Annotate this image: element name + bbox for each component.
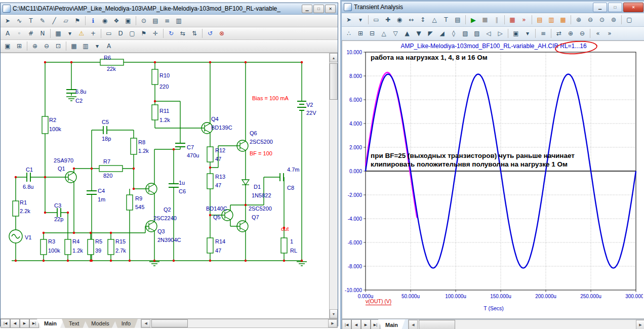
- component-label[interactable]: 2SC5200: [249, 205, 272, 212]
- close-button[interactable]: ✕: [623, 3, 643, 12]
- component-label[interactable]: 100k: [49, 126, 61, 132]
- component-label[interactable]: 2SC5200: [250, 139, 273, 145]
- component-label[interactable]: R15: [115, 238, 126, 244]
- component-label[interactable]: C6: [179, 188, 186, 194]
- component-label[interactable]: R4: [72, 238, 79, 244]
- component-label[interactable]: Q5: [213, 214, 221, 220]
- border-display-icon[interactable]: ▭: [103, 28, 114, 39]
- component-label[interactable]: 2SA970: [54, 157, 73, 163]
- component-label[interactable]: Bias = 100 mA: [252, 95, 289, 101]
- component-label[interactable]: 6.8u: [75, 89, 86, 95]
- paste-icon[interactable]: ▣: [2, 40, 13, 52]
- design-rules-icon[interactable]: ⚠: [76, 28, 87, 39]
- component-label[interactable]: R2: [49, 117, 56, 123]
- annotation-loads[interactable]: работа на нагрузках 1, 4, 8 и 16 Ом: [371, 53, 488, 62]
- grid-dropdown-icon[interactable]: ▾: [64, 28, 75, 39]
- watch-window-icon[interactable]: ▦: [557, 14, 569, 25]
- component-label[interactable]: Q6: [250, 130, 257, 136]
- component-label[interactable]: R10: [159, 72, 170, 78]
- analysis-titlebar[interactable]: Transient Analysis ▁ □ ✕: [342, 2, 644, 13]
- zoom-out-icon[interactable]: ⊖: [585, 14, 596, 25]
- component-label[interactable]: C8: [287, 185, 294, 191]
- component-label[interactable]: 22V: [306, 110, 316, 116]
- component-link-icon[interactable]: ❖: [111, 15, 122, 26]
- component-label[interactable]: 100k: [48, 248, 60, 254]
- trace-legend[interactable]: v(OUT) (V): [366, 298, 391, 305]
- text-mode-icon[interactable]: T: [440, 14, 452, 25]
- zoom-cursor-icon[interactable]: ⊚: [608, 14, 619, 25]
- vertical-scroll-track[interactable]: [330, 62, 338, 309]
- component-label[interactable]: R6: [104, 55, 111, 61]
- zoom-in-icon[interactable]: ⊕: [29, 40, 41, 52]
- restore-button[interactable]: □: [608, 3, 622, 12]
- component-label[interactable]: R9: [135, 195, 142, 201]
- component-label[interactable]: 1.2k: [159, 117, 170, 123]
- zoom-in-icon[interactable]: ⊕: [573, 14, 584, 25]
- pause-icon[interactable]: ∥: [491, 14, 502, 25]
- component-label[interactable]: 6.8u: [23, 184, 33, 190]
- numeric-output-icon[interactable]: ▤: [534, 14, 545, 25]
- horizontal-scroll-track[interactable]: [150, 319, 328, 327]
- pages-icon[interactable]: ▢: [624, 14, 635, 25]
- component-label[interactable]: C7: [187, 144, 194, 150]
- info-mode-icon[interactable]: ℹ: [88, 15, 99, 26]
- component-label[interactable]: 39: [95, 248, 101, 254]
- minimize-button[interactable]: ▁: [302, 5, 312, 13]
- zoom-out-icon[interactable]: ⊖: [577, 28, 588, 39]
- zoom-fit-icon[interactable]: ⊙: [596, 14, 608, 25]
- tab-main[interactable]: Main: [37, 319, 64, 328]
- component-label[interactable]: 18p: [102, 136, 111, 142]
- pin-numbers-icon[interactable]: #: [25, 28, 36, 39]
- zoom-area-icon[interactable]: ⊡: [53, 40, 64, 52]
- copy-icon[interactable]: ⊞: [14, 40, 25, 52]
- first-page-icon[interactable]: |◀: [342, 319, 351, 329]
- performance-tag-icon[interactable]: △: [429, 14, 440, 25]
- print-icon[interactable]: ▥: [173, 15, 184, 26]
- data-points-icon[interactable]: ∴: [343, 28, 354, 39]
- flip-horizontal-icon[interactable]: ⇆: [177, 28, 188, 39]
- clipboard-icon[interactable]: ▣: [510, 28, 521, 39]
- attribute-text-icon[interactable]: A: [2, 28, 13, 39]
- gmin-display-icon[interactable]: ▧: [460, 28, 471, 39]
- scroll-right-icon[interactable]: ▶: [328, 319, 337, 327]
- component-label[interactable]: C4: [98, 188, 105, 194]
- branch-display-icon[interactable]: ▨: [471, 28, 482, 39]
- component-label[interactable]: R12: [215, 147, 225, 153]
- schematic-canvas[interactable]: R622kR10220R111.2k6.8uC2R2100kC518pR81.2…: [1, 53, 338, 318]
- clipboard-dropdown-icon[interactable]: ▾: [522, 28, 533, 39]
- component-label[interactable]: BF = 100: [250, 150, 272, 156]
- refresh-icon[interactable]: ↺: [205, 28, 216, 39]
- component-label[interactable]: 22p: [54, 216, 63, 222]
- line-mode-icon[interactable]: ╱: [49, 15, 60, 26]
- stop-action-icon[interactable]: ⊗: [216, 28, 227, 39]
- component-label[interactable]: Q7: [252, 214, 259, 220]
- component-label[interactable]: Q4: [211, 116, 219, 122]
- cursor-right-icon[interactable]: ▷: [495, 28, 506, 39]
- next-sheet-icon[interactable]: ▶: [20, 319, 29, 328]
- scale-mode-icon[interactable]: ▭: [371, 14, 382, 25]
- component-label[interactable]: 2.7k: [115, 248, 126, 254]
- component-label[interactable]: V1: [25, 234, 31, 240]
- horizontal-scroll-thumb[interactable]: [151, 319, 188, 327]
- component-label[interactable]: C2: [75, 98, 83, 104]
- component-label[interactable]: R3: [48, 238, 55, 244]
- component-label[interactable]: D1: [254, 184, 261, 190]
- high-cursor-icon[interactable]: ◤: [425, 28, 436, 39]
- component-label[interactable]: 47: [215, 248, 221, 254]
- component-label[interactable]: 1: [290, 238, 293, 244]
- component-label[interactable]: Q1: [58, 166, 65, 172]
- schematic-titlebar[interactable]: C:\MC11\DATA\Petrov\AMP_Like_Melodiya-10…: [1, 3, 338, 15]
- cursor-mode-icon[interactable]: ✚: [382, 14, 393, 25]
- component-label[interactable]: 1u: [179, 180, 185, 186]
- polygon-mode-icon[interactable]: ▱: [60, 15, 71, 26]
- component-label[interactable]: 2SC2240: [153, 215, 177, 221]
- align-cursors-icon[interactable]: ⇄: [553, 28, 565, 39]
- vertical-tag-icon[interactable]: ↕: [417, 14, 428, 25]
- prev-page-icon[interactable]: ◀: [351, 319, 361, 329]
- vertical-scrollbar[interactable]: ▲ ▼: [329, 53, 338, 318]
- waveform-list-icon[interactable]: ≡: [538, 28, 549, 39]
- component-label[interactable]: 47: [215, 182, 221, 188]
- vertical-scroll-thumb[interactable]: [330, 63, 338, 100]
- component-label[interactable]: 47: [215, 156, 221, 162]
- prev-page-icon[interactable]: «: [592, 28, 603, 39]
